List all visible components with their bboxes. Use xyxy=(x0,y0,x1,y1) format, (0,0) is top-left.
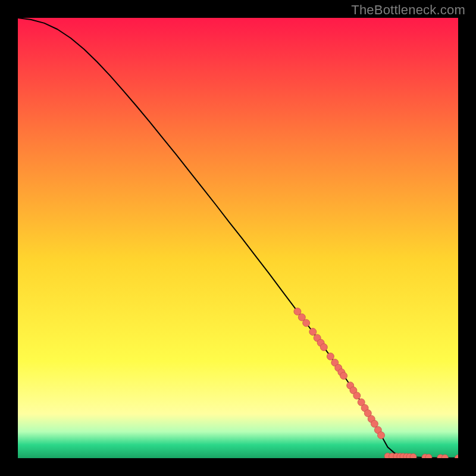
data-marker xyxy=(309,328,317,336)
data-marker xyxy=(410,453,416,458)
plot-area xyxy=(18,18,458,458)
data-marker xyxy=(353,392,361,399)
gradient-background xyxy=(18,18,458,458)
data-marker xyxy=(378,432,385,439)
chart-svg xyxy=(18,18,458,458)
data-marker xyxy=(303,320,310,327)
data-marker xyxy=(340,372,347,380)
watermark-text: TheBottleneck.com xyxy=(351,2,465,18)
data-marker xyxy=(320,344,327,351)
data-marker xyxy=(327,353,334,360)
chart-frame: TheBottleneck.com xyxy=(0,0,476,476)
